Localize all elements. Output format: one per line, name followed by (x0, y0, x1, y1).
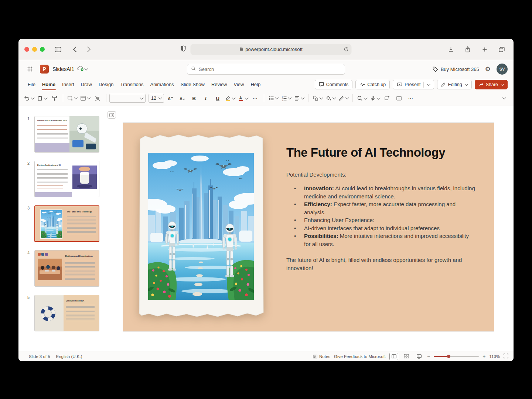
settings-gear-icon[interactable]: ⚙ (485, 66, 491, 72)
zoom-slider[interactable] (434, 356, 479, 357)
paste-button[interactable] (36, 93, 48, 103)
tab-help[interactable]: Help (247, 78, 264, 91)
font-size-value: 12 (151, 96, 156, 101)
slide-lead[interactable]: Potential Developments: (286, 171, 475, 179)
more-toolbar-button[interactable]: ⋯ (405, 93, 416, 103)
present-button[interactable]: Present (393, 80, 434, 89)
slide-thumbnail-2[interactable]: Exciting Applications of AI (34, 161, 99, 197)
designer-button[interactable] (382, 93, 393, 103)
format-painter-button[interactable] (49, 93, 60, 103)
undo-button[interactable] (23, 93, 35, 103)
font-color-button[interactable]: A (237, 93, 249, 103)
normal-view-button[interactable] (389, 353, 398, 360)
slide-bullet-list[interactable]: Innovation: AI could lead to breakthroug… (286, 184, 475, 248)
catch-up-icon (359, 83, 365, 86)
privacy-shield-icon[interactable] (181, 45, 186, 53)
bold-button[interactable]: B (188, 93, 200, 103)
catch-up-button[interactable]: Catch up (355, 80, 390, 89)
share-icon[interactable] (462, 45, 474, 54)
tab-file[interactable]: File (24, 78, 39, 91)
shape-fill-button[interactable] (324, 93, 337, 103)
close-window-button[interactable] (24, 47, 29, 52)
notes-button[interactable]: Notes (313, 354, 330, 359)
slide-thumbnail-4[interactable]: Challenges and Considerations (34, 250, 99, 287)
slide-layout-button[interactable] (79, 93, 91, 103)
fit-to-window-button[interactable] (504, 354, 508, 359)
underline-button[interactable]: U (212, 93, 223, 103)
slide-editor-surface[interactable]: The Future of AI Technology Potential De… (123, 123, 494, 331)
tab-overview-icon[interactable] (496, 45, 508, 54)
zoom-in-button[interactable]: + (482, 354, 485, 359)
collapse-ribbon-button[interactable] (498, 93, 509, 103)
tab-design[interactable]: Design (95, 78, 117, 91)
search-input[interactable]: Search (187, 64, 345, 75)
sidebar-toggle-icon[interactable] (52, 45, 64, 54)
zoom-level[interactable]: 113% (489, 354, 500, 359)
slide-text-block[interactable]: The Future of AI Technology Potential De… (286, 146, 475, 272)
font-size-combo[interactable]: 12 (149, 94, 164, 103)
tab-animations[interactable]: Animations (147, 78, 177, 91)
slideshow-view-button[interactable] (415, 353, 423, 360)
find-button[interactable] (356, 93, 368, 103)
buy-microsoft-365-button[interactable]: Buy Microsoft 365 (433, 66, 479, 72)
back-icon[interactable] (70, 45, 82, 54)
notes-pane-button[interactable] (393, 93, 405, 103)
address-bar[interactable]: powerpoint.cloud.microsoft (191, 44, 352, 55)
zoom-window-button[interactable] (40, 47, 45, 52)
dictate-button[interactable] (369, 93, 381, 103)
slide-thumbnail-5[interactable]: Conclusion and Q&A (34, 295, 99, 331)
browser-toolbar: powerpoint.cloud.microsoft (18, 39, 514, 60)
slide-sorter-view-button[interactable] (402, 353, 411, 360)
comments-button[interactable]: Comments (315, 80, 352, 89)
bullets-button[interactable] (267, 93, 279, 103)
slide-title[interactable]: The Future of AI Technology (286, 146, 475, 160)
new-tab-icon[interactable] (479, 45, 491, 54)
shrink-font-button[interactable]: A (177, 93, 188, 103)
highlight-button[interactable] (224, 93, 236, 103)
font-name-combo[interactable] (109, 94, 146, 103)
document-title[interactable]: SlidesAI1 (52, 66, 74, 72)
numbering-button[interactable]: 123 (280, 93, 292, 103)
browser-window: powerpoint.cloud.microsoft (18, 39, 514, 361)
tab-view[interactable]: View (231, 78, 248, 91)
forward-icon[interactable] (82, 45, 93, 54)
tab-review[interactable]: Review (208, 78, 231, 91)
reload-icon[interactable] (344, 47, 349, 53)
new-slide-button[interactable] (66, 93, 78, 103)
slide-number: 2 (27, 161, 30, 166)
title-chevron-icon[interactable] (85, 67, 88, 71)
tab-slide-show[interactable]: Slide Show (177, 78, 208, 91)
minimize-window-button[interactable] (32, 47, 37, 52)
account-avatar[interactable]: SV (497, 64, 508, 75)
slide-thumbnail-1[interactable]: Introduction to AI in Modern Tech (34, 116, 99, 153)
zoom-slider-handle[interactable] (447, 355, 450, 358)
powerpoint-logo[interactable]: P (40, 65, 49, 74)
slide-number: 4 (27, 250, 30, 255)
tab-transitions[interactable]: Transitions (117, 78, 147, 91)
feedback-link[interactable]: Give Feedback to Microsoft (334, 354, 386, 359)
app-launcher-icon[interactable] (24, 64, 35, 75)
clear-formatting-button[interactable] (92, 93, 103, 103)
slide-counter[interactable]: Slide 3 of 5 (29, 354, 50, 359)
slide-thumbnail-3-selected[interactable]: The Future of AI Technology (34, 205, 99, 242)
zoom-out-button[interactable]: − (427, 354, 430, 359)
slide-closing-text[interactable]: The future of AI is bright, filled with … (286, 256, 472, 272)
more-font-options-button[interactable]: ⋯ (250, 93, 261, 103)
bullet-item: Innovation: AI could lead to breakthroug… (286, 184, 475, 200)
thumbnail-pane-toggle[interactable] (108, 111, 116, 119)
tab-draw[interactable]: Draw (78, 78, 95, 91)
shape-outline-button[interactable] (337, 93, 349, 103)
share-button[interactable]: Share (475, 80, 508, 89)
present-chevron-icon (427, 82, 431, 86)
grow-font-button[interactable]: A (165, 93, 176, 103)
downloads-icon[interactable] (445, 45, 457, 54)
lock-icon (239, 47, 243, 52)
torn-paper-image-frame[interactable] (138, 133, 265, 319)
language-selector[interactable]: English (U.K.) (56, 354, 82, 359)
tab-home[interactable]: Home (39, 78, 59, 91)
italic-button[interactable]: I (200, 93, 211, 103)
align-button[interactable] (293, 93, 305, 103)
tab-insert[interactable]: Insert (59, 78, 78, 91)
shapes-button[interactable] (311, 93, 324, 103)
editing-mode-button[interactable]: Editing (437, 80, 471, 89)
